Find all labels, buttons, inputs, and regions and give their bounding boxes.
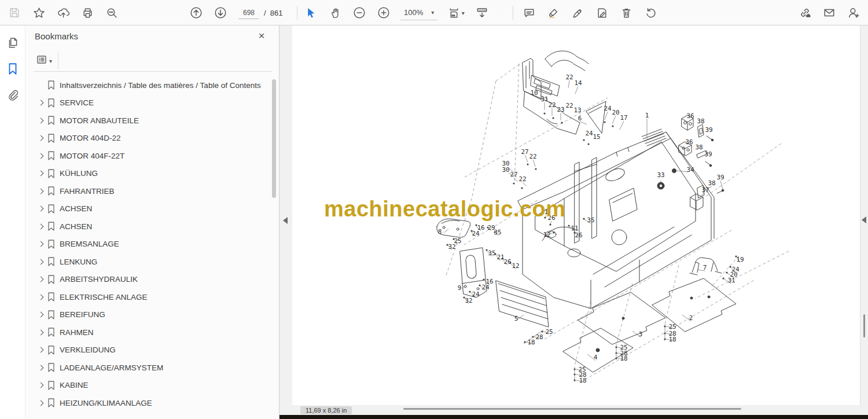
next-page-button[interactable]	[208, 3, 233, 23]
bookmark-item[interactable]: FAHRANTRIEB	[25, 182, 271, 200]
chevron-right-icon[interactable]	[36, 260, 45, 264]
chevron-right-icon[interactable]	[36, 348, 45, 352]
zoom-out-button[interactable]	[347, 3, 372, 23]
bookmark-flag-icon	[47, 328, 55, 337]
part-number-label: 36	[686, 112, 694, 120]
share-people-button[interactable]	[841, 3, 866, 23]
hide-toolbar-button[interactable]	[470, 3, 494, 23]
chevron-right-icon[interactable]	[36, 383, 45, 387]
bookmark-item[interactable]: VERKLEIDUNG	[25, 341, 271, 359]
fill-and-sign-button[interactable]	[590, 3, 614, 23]
bookmark-item[interactable]: SERVICE	[25, 94, 271, 112]
bookmark-item[interactable]: BREMSANLAGE	[25, 236, 271, 253]
find-button[interactable]	[100, 3, 124, 23]
vertical-scrollbar[interactable]	[863, 314, 865, 337]
part-number-label: 19	[736, 256, 744, 263]
paperclip-icon	[7, 89, 19, 104]
bookmark-item[interactable]: ACHSEN	[25, 200, 271, 218]
part-number-label: 24	[604, 105, 612, 112]
page-fit-dropdown[interactable]: ▾	[442, 3, 470, 23]
chevron-down-icon: ▾	[49, 58, 52, 64]
page-number-input[interactable]	[238, 6, 259, 19]
email-button[interactable]	[817, 3, 841, 23]
bookmark-options-button[interactable]: ▾	[34, 53, 54, 68]
part-number-label: 34	[686, 166, 694, 174]
bookmark-item[interactable]: LADEANLAGE/ARMSYSTEM	[25, 359, 271, 377]
print-button[interactable]	[75, 3, 100, 23]
chevron-right-icon[interactable]	[36, 101, 45, 105]
chevron-right-icon[interactable]	[36, 171, 45, 175]
previous-page-button[interactable]	[184, 3, 208, 23]
save-icon	[9, 7, 20, 19]
close-panel-button[interactable]: ×	[255, 29, 269, 43]
part-number-label: 25	[545, 328, 553, 336]
chevron-right-icon[interactable]	[36, 119, 45, 123]
collapse-panel-arrow-icon[interactable]	[283, 217, 288, 224]
chevron-right-icon[interactable]	[36, 401, 45, 405]
chevron-right-icon[interactable]	[36, 313, 45, 317]
sign-button[interactable]	[565, 3, 590, 23]
horizontal-scrollbar[interactable]	[403, 408, 741, 410]
delete-button[interactable]	[614, 3, 638, 23]
page-dimensions-label: 11,69 x 8,26 in	[300, 406, 352, 414]
part-number-label: 3	[639, 330, 643, 338]
collapse-right-panel-arrow-icon[interactable]	[862, 216, 866, 223]
bookmark-item[interactable]: HEIZUNG/KLIMAANLAGE	[25, 394, 271, 412]
undo-rotate-button[interactable]	[638, 3, 663, 23]
chevron-right-icon[interactable]	[36, 366, 45, 370]
chevron-right-icon[interactable]	[36, 330, 45, 335]
panel-title: Bookmarks	[35, 31, 78, 41]
chevron-right-icon[interactable]	[36, 242, 45, 246]
page-nav-group: / 861	[184, 0, 283, 25]
attachments-button[interactable]	[0, 84, 25, 108]
page-thumbnails-button[interactable]	[0, 32, 25, 56]
link-cloud-icon	[799, 6, 811, 19]
bookmark-item[interactable]: MOTOR ANBAUTEILE	[25, 112, 271, 130]
share-link-button[interactable]	[793, 3, 817, 23]
bookmark-item[interactable]: KABINE	[25, 377, 271, 395]
bookmarks-panel-button[interactable]	[0, 58, 25, 82]
chevron-right-icon[interactable]	[36, 225, 45, 229]
arrow-down-circle-icon	[214, 6, 227, 19]
bookmark-item[interactable]: MOTOR 404F-22T	[25, 147, 271, 165]
panel-scrollbar[interactable]	[272, 79, 276, 198]
bookmark-item[interactable]: ACHSEN	[25, 218, 271, 236]
person-plus-icon	[847, 6, 860, 19]
comment-button[interactable]	[517, 3, 541, 23]
bookmark-flag-icon	[47, 363, 55, 372]
bookmark-list: Inhaltsverzeichnis / Table des matières …	[25, 76, 271, 412]
bookmark-label: LADEANLAGE/ARMSYSTEM	[60, 363, 163, 372]
zoom-level-dropdown[interactable]: 100% ▾	[400, 5, 437, 20]
chevron-right-icon[interactable]	[36, 154, 45, 158]
zoom-in-button[interactable]	[372, 3, 396, 23]
bookmark-item[interactable]: ARBEITSHYDRAULIK	[25, 271, 271, 289]
share-upload-button[interactable]	[51, 3, 75, 23]
chevron-right-icon[interactable]	[36, 136, 45, 140]
hand-tool-button[interactable]	[323, 3, 347, 23]
comment-icon	[523, 7, 535, 19]
bookmark-item[interactable]: Inhaltsverzeichnis / Table des matières …	[25, 76, 271, 94]
select-tool-button[interactable]	[299, 3, 323, 23]
part-number-label: 14	[574, 79, 582, 87]
bookmark-flag-icon	[47, 134, 55, 143]
bookmark-item[interactable]: KÜHLUNG	[25, 165, 271, 183]
chevron-right-icon[interactable]	[36, 189, 45, 193]
star-button[interactable]	[27, 3, 51, 23]
save-button[interactable]	[2, 3, 27, 23]
bookmark-item[interactable]: LENKUNG	[25, 253, 271, 271]
bookmark-item[interactable]: ELEKTRISCHE ANLAGE	[25, 288, 271, 306]
chevron-right-icon[interactable]	[36, 207, 45, 211]
bookmark-label: ACHSEN	[60, 204, 92, 213]
part-number-label: 32	[448, 243, 455, 251]
bookmark-flag-icon	[47, 169, 55, 178]
chevron-right-icon[interactable]	[36, 295, 45, 299]
bookmark-item[interactable]: MOTOR 404D-22	[25, 130, 271, 148]
toolbar-collapse-icon	[476, 6, 488, 19]
chevron-right-icon[interactable]	[36, 277, 45, 281]
print-icon	[82, 7, 94, 19]
bookmark-item[interactable]: BEREIFUNG	[25, 306, 271, 324]
bookmark-label: KÜHLUNG	[60, 169, 98, 178]
highlight-button[interactable]	[541, 3, 565, 23]
fountain-pen-icon	[572, 7, 584, 19]
bookmark-item[interactable]: RAHMEN	[25, 324, 271, 341]
